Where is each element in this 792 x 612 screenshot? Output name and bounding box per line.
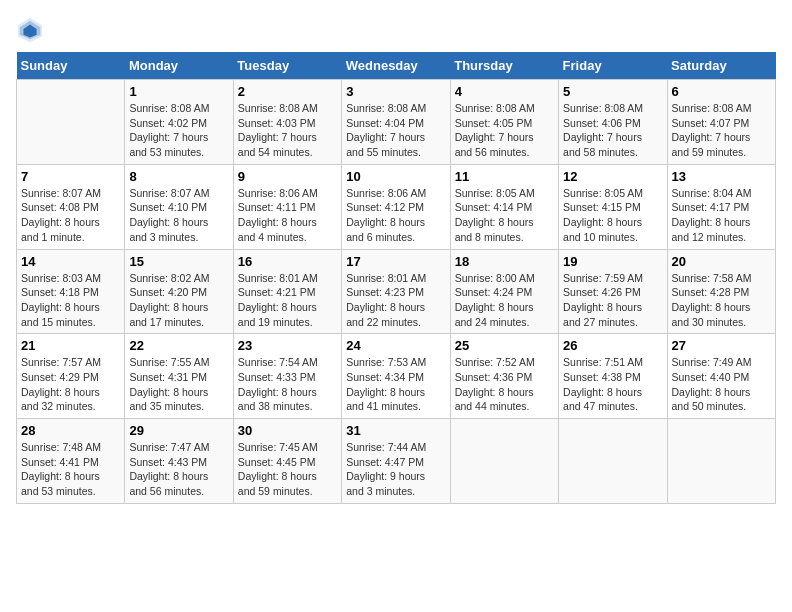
header-cell-friday: Friday <box>559 52 667 80</box>
calendar-cell: 15Sunrise: 8:02 AM Sunset: 4:20 PM Dayli… <box>125 249 233 334</box>
day-number: 23 <box>238 338 337 353</box>
logo <box>16 16 48 44</box>
day-info: Sunrise: 7:55 AM Sunset: 4:31 PM Dayligh… <box>129 355 228 414</box>
calendar-cell: 29Sunrise: 7:47 AM Sunset: 4:43 PM Dayli… <box>125 419 233 504</box>
header-cell-wednesday: Wednesday <box>342 52 450 80</box>
day-number: 4 <box>455 84 554 99</box>
day-number: 27 <box>672 338 771 353</box>
day-info: Sunrise: 7:54 AM Sunset: 4:33 PM Dayligh… <box>238 355 337 414</box>
day-number: 13 <box>672 169 771 184</box>
header-row: SundayMondayTuesdayWednesdayThursdayFrid… <box>17 52 776 80</box>
day-info: Sunrise: 8:08 AM Sunset: 4:05 PM Dayligh… <box>455 101 554 160</box>
calendar-cell: 9Sunrise: 8:06 AM Sunset: 4:11 PM Daylig… <box>233 164 341 249</box>
day-number: 12 <box>563 169 662 184</box>
day-info: Sunrise: 7:59 AM Sunset: 4:26 PM Dayligh… <box>563 271 662 330</box>
day-info: Sunrise: 8:07 AM Sunset: 4:08 PM Dayligh… <box>21 186 120 245</box>
day-info: Sunrise: 7:51 AM Sunset: 4:38 PM Dayligh… <box>563 355 662 414</box>
calendar-cell: 17Sunrise: 8:01 AM Sunset: 4:23 PM Dayli… <box>342 249 450 334</box>
day-number: 22 <box>129 338 228 353</box>
calendar-cell: 21Sunrise: 7:57 AM Sunset: 4:29 PM Dayli… <box>17 334 125 419</box>
calendar-cell: 22Sunrise: 7:55 AM Sunset: 4:31 PM Dayli… <box>125 334 233 419</box>
calendar-cell <box>559 419 667 504</box>
calendar-cell: 13Sunrise: 8:04 AM Sunset: 4:17 PM Dayli… <box>667 164 775 249</box>
day-number: 26 <box>563 338 662 353</box>
calendar-cell: 24Sunrise: 7:53 AM Sunset: 4:34 PM Dayli… <box>342 334 450 419</box>
header-cell-sunday: Sunday <box>17 52 125 80</box>
calendar-cell: 25Sunrise: 7:52 AM Sunset: 4:36 PM Dayli… <box>450 334 558 419</box>
calendar-cell: 26Sunrise: 7:51 AM Sunset: 4:38 PM Dayli… <box>559 334 667 419</box>
calendar-cell: 31Sunrise: 7:44 AM Sunset: 4:47 PM Dayli… <box>342 419 450 504</box>
day-info: Sunrise: 7:47 AM Sunset: 4:43 PM Dayligh… <box>129 440 228 499</box>
week-row-4: 21Sunrise: 7:57 AM Sunset: 4:29 PM Dayli… <box>17 334 776 419</box>
calendar-cell: 28Sunrise: 7:48 AM Sunset: 4:41 PM Dayli… <box>17 419 125 504</box>
day-number: 24 <box>346 338 445 353</box>
day-info: Sunrise: 8:08 AM Sunset: 4:02 PM Dayligh… <box>129 101 228 160</box>
calendar-cell: 3Sunrise: 8:08 AM Sunset: 4:04 PM Daylig… <box>342 80 450 165</box>
day-number: 5 <box>563 84 662 99</box>
week-row-3: 14Sunrise: 8:03 AM Sunset: 4:18 PM Dayli… <box>17 249 776 334</box>
day-info: Sunrise: 8:08 AM Sunset: 4:07 PM Dayligh… <box>672 101 771 160</box>
day-info: Sunrise: 8:06 AM Sunset: 4:11 PM Dayligh… <box>238 186 337 245</box>
calendar-cell: 4Sunrise: 8:08 AM Sunset: 4:05 PM Daylig… <box>450 80 558 165</box>
day-number: 6 <box>672 84 771 99</box>
logo-icon <box>16 16 44 44</box>
day-info: Sunrise: 7:49 AM Sunset: 4:40 PM Dayligh… <box>672 355 771 414</box>
page-header <box>16 16 776 44</box>
day-info: Sunrise: 8:01 AM Sunset: 4:23 PM Dayligh… <box>346 271 445 330</box>
day-info: Sunrise: 8:05 AM Sunset: 4:14 PM Dayligh… <box>455 186 554 245</box>
calendar-cell: 8Sunrise: 8:07 AM Sunset: 4:10 PM Daylig… <box>125 164 233 249</box>
day-info: Sunrise: 8:06 AM Sunset: 4:12 PM Dayligh… <box>346 186 445 245</box>
week-row-1: 1Sunrise: 8:08 AM Sunset: 4:02 PM Daylig… <box>17 80 776 165</box>
calendar-table: SundayMondayTuesdayWednesdayThursdayFrid… <box>16 52 776 504</box>
day-number: 25 <box>455 338 554 353</box>
calendar-cell: 1Sunrise: 8:08 AM Sunset: 4:02 PM Daylig… <box>125 80 233 165</box>
day-info: Sunrise: 8:07 AM Sunset: 4:10 PM Dayligh… <box>129 186 228 245</box>
week-row-2: 7Sunrise: 8:07 AM Sunset: 4:08 PM Daylig… <box>17 164 776 249</box>
day-info: Sunrise: 7:44 AM Sunset: 4:47 PM Dayligh… <box>346 440 445 499</box>
day-info: Sunrise: 7:57 AM Sunset: 4:29 PM Dayligh… <box>21 355 120 414</box>
day-info: Sunrise: 7:52 AM Sunset: 4:36 PM Dayligh… <box>455 355 554 414</box>
day-info: Sunrise: 8:03 AM Sunset: 4:18 PM Dayligh… <box>21 271 120 330</box>
calendar-cell: 27Sunrise: 7:49 AM Sunset: 4:40 PM Dayli… <box>667 334 775 419</box>
calendar-cell: 19Sunrise: 7:59 AM Sunset: 4:26 PM Dayli… <box>559 249 667 334</box>
calendar-cell: 20Sunrise: 7:58 AM Sunset: 4:28 PM Dayli… <box>667 249 775 334</box>
day-info: Sunrise: 8:08 AM Sunset: 4:06 PM Dayligh… <box>563 101 662 160</box>
day-info: Sunrise: 7:53 AM Sunset: 4:34 PM Dayligh… <box>346 355 445 414</box>
calendar-cell: 6Sunrise: 8:08 AM Sunset: 4:07 PM Daylig… <box>667 80 775 165</box>
day-info: Sunrise: 8:08 AM Sunset: 4:03 PM Dayligh… <box>238 101 337 160</box>
calendar-cell <box>667 419 775 504</box>
day-info: Sunrise: 8:00 AM Sunset: 4:24 PM Dayligh… <box>455 271 554 330</box>
day-number: 19 <box>563 254 662 269</box>
day-info: Sunrise: 8:02 AM Sunset: 4:20 PM Dayligh… <box>129 271 228 330</box>
calendar-cell <box>450 419 558 504</box>
day-info: Sunrise: 7:48 AM Sunset: 4:41 PM Dayligh… <box>21 440 120 499</box>
calendar-cell: 7Sunrise: 8:07 AM Sunset: 4:08 PM Daylig… <box>17 164 125 249</box>
day-info: Sunrise: 8:08 AM Sunset: 4:04 PM Dayligh… <box>346 101 445 160</box>
day-number: 16 <box>238 254 337 269</box>
day-info: Sunrise: 7:58 AM Sunset: 4:28 PM Dayligh… <box>672 271 771 330</box>
calendar-cell: 16Sunrise: 8:01 AM Sunset: 4:21 PM Dayli… <box>233 249 341 334</box>
day-number: 2 <box>238 84 337 99</box>
day-info: Sunrise: 8:01 AM Sunset: 4:21 PM Dayligh… <box>238 271 337 330</box>
calendar-cell: 2Sunrise: 8:08 AM Sunset: 4:03 PM Daylig… <box>233 80 341 165</box>
calendar-cell: 11Sunrise: 8:05 AM Sunset: 4:14 PM Dayli… <box>450 164 558 249</box>
calendar-cell: 23Sunrise: 7:54 AM Sunset: 4:33 PM Dayli… <box>233 334 341 419</box>
day-number: 20 <box>672 254 771 269</box>
calendar-cell: 12Sunrise: 8:05 AM Sunset: 4:15 PM Dayli… <box>559 164 667 249</box>
day-number: 28 <box>21 423 120 438</box>
day-number: 8 <box>129 169 228 184</box>
calendar-cell <box>17 80 125 165</box>
calendar-cell: 14Sunrise: 8:03 AM Sunset: 4:18 PM Dayli… <box>17 249 125 334</box>
calendar-cell: 30Sunrise: 7:45 AM Sunset: 4:45 PM Dayli… <box>233 419 341 504</box>
day-number: 11 <box>455 169 554 184</box>
day-number: 10 <box>346 169 445 184</box>
calendar-cell: 5Sunrise: 8:08 AM Sunset: 4:06 PM Daylig… <box>559 80 667 165</box>
header-cell-tuesday: Tuesday <box>233 52 341 80</box>
day-number: 29 <box>129 423 228 438</box>
day-info: Sunrise: 7:45 AM Sunset: 4:45 PM Dayligh… <box>238 440 337 499</box>
day-number: 15 <box>129 254 228 269</box>
day-number: 14 <box>21 254 120 269</box>
header-cell-thursday: Thursday <box>450 52 558 80</box>
day-number: 3 <box>346 84 445 99</box>
day-number: 9 <box>238 169 337 184</box>
